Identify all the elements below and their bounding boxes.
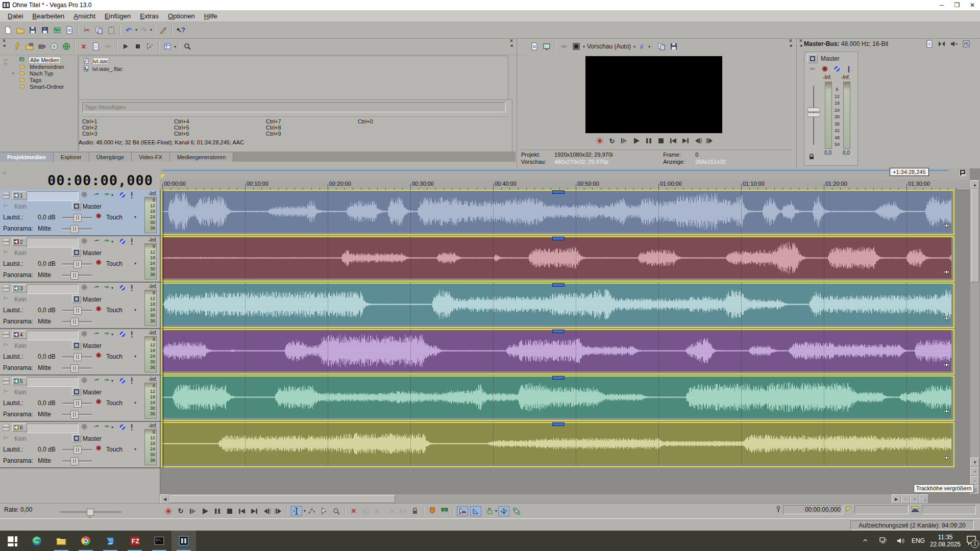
volume-slider[interactable]	[62, 310, 92, 312]
pan-slider[interactable]	[62, 414, 92, 416]
go-start-icon[interactable]	[237, 507, 247, 516]
taskbar-explorer-icon[interactable]	[49, 531, 74, 551]
speaker-icon[interactable]	[895, 536, 905, 545]
panel-grip-right[interactable]: ✕◂	[508, 39, 514, 48]
envelope-icon[interactable]	[93, 191, 101, 199]
track-header-1[interactable]: 1 ▾ -Inf. 61218243036 Kein Master Lautst…	[0, 190, 160, 236]
zoom-in-button[interactable]: +	[910, 494, 919, 504]
zoom-tool-button[interactable]: 🔍	[919, 494, 928, 504]
panel-grip-right[interactable]: ✕◂	[788, 39, 794, 48]
loop-icon[interactable]: ↻	[176, 507, 186, 516]
tab--berg-nge[interactable]: Übergänge	[89, 153, 132, 162]
track-input-value[interactable]: Kein	[14, 342, 27, 349]
extract-audio-icon[interactable]	[49, 42, 59, 51]
event-fx-icon[interactable]	[943, 269, 950, 278]
quantize-icon[interactable]	[470, 506, 481, 516]
automation-caret[interactable]: ▾	[134, 400, 136, 405]
time-ruler[interactable]: 00:00:0000:10:0000:20:0000:30:0000:40:00…	[160, 180, 970, 190]
external-monitor-icon[interactable]	[542, 42, 552, 51]
automation-mode[interactable]: Touch	[106, 446, 122, 453]
dropdown-caret[interactable]: ▾	[633, 44, 635, 49]
redo-icon[interactable]: ↷	[138, 26, 149, 35]
mute-icon[interactable]	[119, 237, 126, 245]
gear-icon[interactable]	[95, 305, 103, 313]
track-input-value[interactable]: Kein	[14, 296, 27, 303]
scroll-down-button[interactable]: ▼	[970, 458, 979, 467]
track-header-5[interactable]: 5 ▾ -Inf. 61218243036 Kein Master Lautst…	[0, 375, 160, 422]
pan-value[interactable]: Mitte	[38, 271, 51, 279]
marker-tool-icon[interactable]	[959, 169, 967, 179]
gear-icon[interactable]	[95, 444, 103, 453]
automation-mode[interactable]: Touch	[106, 214, 122, 221]
trim-icon[interactable]	[361, 507, 371, 516]
input-icon[interactable]	[3, 248, 10, 257]
mixer-console-icon[interactable]	[961, 39, 971, 48]
next-frame-icon[interactable]	[274, 507, 284, 516]
capture-video-icon[interactable]	[37, 42, 47, 51]
scroll-right-button[interactable]: ▶	[892, 494, 901, 504]
time-display[interactable]: 00:00:00,000	[10, 172, 153, 188]
solo-icon[interactable]	[130, 377, 133, 385]
bus-assign-button[interactable]	[72, 202, 81, 210]
track-bus-value[interactable]: Master	[83, 342, 102, 349]
marker-bar[interactable]: +1:34:28,245	[160, 168, 970, 180]
go-start-icon[interactable]	[668, 136, 678, 145]
copy-frame-icon[interactable]	[656, 42, 667, 51]
prev-frame-icon[interactable]	[261, 507, 272, 516]
dock-grip[interactable]: ⠿	[2, 171, 6, 176]
delete-icon[interactable]: ✕	[349, 507, 359, 516]
pan-value[interactable]: Mitte	[38, 411, 51, 418]
gear-icon[interactable]	[95, 259, 103, 267]
automation-mode[interactable]: Touch	[106, 307, 122, 314]
arm-record-icon[interactable]	[81, 284, 88, 292]
lock-icon[interactable]	[410, 507, 420, 516]
remove-media-icon[interactable]: ✕	[79, 42, 89, 51]
track-minimize-buttons[interactable]	[3, 424, 10, 433]
solo-icon[interactable]: ❙.	[844, 64, 854, 73]
scroll-left-button[interactable]: ◀	[160, 494, 169, 504]
track-row-2[interactable]	[160, 236, 957, 282]
bus-fx-icon[interactable]	[807, 64, 818, 73]
tab-explorer[interactable]: Explorer	[54, 153, 89, 162]
event-fx-icon[interactable]	[943, 408, 950, 417]
automation-mode[interactable]: Touch	[106, 399, 122, 407]
interactive-tool-icon[interactable]	[158, 26, 168, 35]
media-file-ivi.wav_.flac[interactable]: ivi.wav_.flac	[80, 65, 507, 72]
snap-icon[interactable]	[457, 506, 468, 516]
track-name-input[interactable]	[27, 331, 79, 340]
get-media-web-icon[interactable]	[61, 42, 71, 51]
track-fx-icon[interactable]: ▾	[104, 423, 113, 431]
track-header-2[interactable]: 2 ▾ -Inf. 61218243036 Kein Master Lautst…	[0, 236, 160, 283]
dropdown-caret[interactable]: ▾	[648, 44, 650, 49]
pan-slider[interactable]	[62, 460, 92, 462]
bus-assign-button[interactable]	[72, 248, 81, 257]
group-ignore-icon[interactable]	[511, 507, 522, 516]
record-icon[interactable]	[595, 136, 605, 145]
cursor-position-box[interactable]: 00:00:00,000	[783, 505, 843, 514]
input-icon[interactable]	[3, 295, 10, 303]
arm-record-icon[interactable]	[81, 377, 88, 385]
pan-value[interactable]: Mitte	[38, 457, 51, 464]
media-file-ivi.aac[interactable]: ivi.aac	[80, 57, 507, 65]
audio-event-track-1[interactable]	[161, 190, 954, 235]
track-row-6[interactable]	[160, 422, 957, 467]
selection-length-box[interactable]	[922, 505, 976, 514]
project-properties-icon[interactable]	[64, 26, 75, 35]
play-from-start-icon[interactable]	[188, 507, 198, 516]
track-minimize-buttons[interactable]	[3, 331, 10, 340]
event-fx-icon[interactable]	[943, 455, 950, 463]
event-fx-icon[interactable]	[943, 362, 950, 370]
track-header-6[interactable]: 6 ▾ -Inf. 61218243036 Kein Master Lautst…	[0, 422, 160, 468]
solo-icon[interactable]	[130, 191, 133, 199]
volume-value[interactable]: 0,0 dB	[38, 446, 56, 453]
track-name-input[interactable]	[27, 377, 79, 387]
automation-mode[interactable]: Touch	[106, 353, 122, 360]
volume-value[interactable]: 0,0 dB	[38, 307, 56, 314]
selection-tool-icon[interactable]	[319, 507, 329, 516]
mute-icon[interactable]	[119, 423, 126, 431]
arm-record-icon[interactable]	[81, 191, 88, 199]
taskbar-edge-icon[interactable]	[24, 531, 49, 551]
help-cursor-icon[interactable]: ↖?	[176, 26, 186, 35]
project-properties-icon[interactable]	[529, 42, 540, 51]
automation-caret[interactable]: ▾	[134, 261, 136, 266]
